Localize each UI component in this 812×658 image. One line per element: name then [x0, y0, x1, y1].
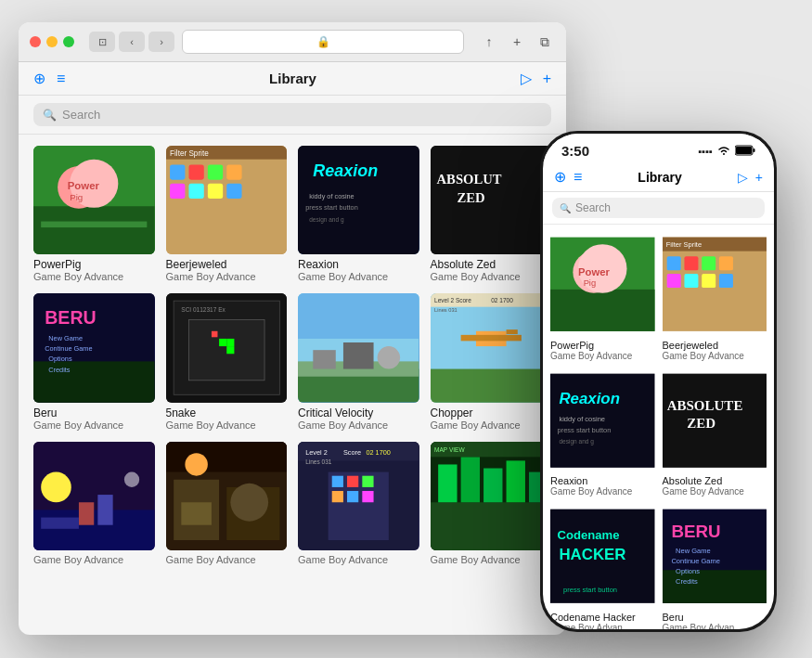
game-item-row3d[interactable]: MAP VIEW Game Boy Advance: [431, 442, 552, 565]
svg-rect-15: [188, 184, 203, 199]
game-platform-reaxion: Game Boy Advance: [298, 271, 419, 282]
svg-rect-1: [33, 206, 154, 254]
search-icon: 🔍: [43, 109, 57, 122]
iphone-game-platform-reaxion: Game Boy Advance: [550, 486, 655, 497]
game-item-row3b[interactable]: Game Boy Advance: [166, 442, 288, 565]
svg-text:Credits: Credits: [48, 366, 71, 374]
iphone-game-absolutezed[interactable]: ABSOLUTE ZED Absolute Zed Game Boy Advan…: [663, 368, 767, 497]
svg-text:press start button: press start button: [563, 586, 617, 594]
iphone-game-powerpig[interactable]: Power Pig PowerPig Game Boy Advance: [550, 232, 655, 361]
game-thumbnail-row3b: [166, 442, 288, 550]
minimize-button[interactable]: [46, 36, 58, 47]
game-item-row3c[interactable]: Level 2 Score 02 1700 Lines 031 Game Boy…: [298, 442, 419, 565]
iphone-menu-icon[interactable]: ≡: [574, 169, 582, 186]
game-item-beru[interactable]: BERU New Game Continue Game Options Cred…: [33, 293, 155, 430]
iphone-game-beru[interactable]: BERU New Game Continue Game Options Cred…: [663, 504, 767, 629]
browser-actions: ↑ + ⧉: [479, 32, 555, 52]
iphone-game-codenamehacker[interactable]: Codename HACKER press start button Coden…: [550, 504, 655, 629]
game-item-beerjeweled[interactable]: Filter Sprite Beerjeweled Game Boy Advan…: [166, 146, 288, 282]
svg-rect-85: [431, 502, 551, 550]
svg-rect-109: [666, 274, 680, 288]
svg-text:02 1700: 02 1700: [491, 297, 513, 303]
game-platform-row3a: Game Boy Advance: [33, 554, 155, 565]
svg-rect-106: [684, 256, 698, 270]
svg-rect-69: [181, 502, 212, 524]
game-item-absolutezed[interactable]: ABSOLUT ZED Absolute Zed Game Boy Advanc…: [431, 146, 552, 282]
iphone-search-bar[interactable]: 🔍 Search: [552, 198, 765, 218]
svg-text:BERU: BERU: [45, 307, 96, 328]
iphone-game-title-powerpig: PowerPig: [550, 340, 655, 351]
game-title-beru: Beru: [33, 406, 155, 419]
search-container: 🔍 Search: [19, 96, 566, 135]
iphone-game-reaxion[interactable]: Reaxion kiddy of cosine press start butt…: [550, 368, 655, 497]
iphone-game-title-beru: Beru: [663, 612, 767, 623]
traffic-lights: [30, 36, 74, 47]
game-item-5nake[interactable]: SCI 0112317 Ex 5nake Game Boy Advance: [166, 293, 288, 430]
iphone-game-title-reaxion: Reaxion: [550, 475, 655, 486]
game-thumbnail-5nake: SCI 0112317 Ex: [166, 293, 288, 402]
svg-text:Credits: Credits: [676, 577, 698, 586]
close-button[interactable]: [30, 36, 41, 47]
add-icon[interactable]: +: [543, 71, 551, 87]
fullscreen-button[interactable]: [63, 36, 74, 47]
play-icon[interactable]: ▷: [521, 70, 532, 87]
iphone-screen: 3:50 ▪▪▪▪: [543, 134, 774, 629]
sidebar-toggle-button[interactable]: ⊡: [89, 32, 115, 52]
svg-text:Power: Power: [578, 266, 610, 277]
game-thumbnail-powerpig: Power Pig: [33, 146, 155, 254]
iphone-search-placeholder: Search: [575, 201, 611, 214]
game-thumbnail-row3d: MAP VIEW: [431, 442, 552, 550]
svg-text:MAP VIEW: MAP VIEW: [434, 446, 465, 453]
svg-text:Filter Sprite: Filter Sprite: [170, 149, 209, 158]
iphone-globe-icon[interactable]: ⊕: [554, 168, 566, 186]
svg-text:design and g: design and g: [309, 216, 344, 224]
forward-button[interactable]: ›: [148, 32, 174, 52]
share-button[interactable]: ↑: [479, 32, 499, 52]
svg-point-70: [230, 484, 268, 522]
game-item-chopper[interactable]: Level 2 Score 02 1700 Lines 031 Chopper …: [431, 293, 552, 430]
globe-icon[interactable]: ⊕: [33, 70, 45, 87]
svg-rect-60: [79, 502, 94, 524]
svg-rect-12: [207, 164, 222, 179]
svg-rect-79: [347, 476, 358, 487]
game-item-powerpig[interactable]: Power Pig PowerPig Game Boy Advance: [33, 146, 155, 282]
svg-rect-83: [362, 491, 373, 502]
svg-rect-42: [298, 293, 419, 339]
svg-text:Reaxion: Reaxion: [559, 390, 620, 407]
svg-rect-55: [460, 335, 521, 342]
svg-text:Power: Power: [68, 180, 100, 191]
svg-text:kiddy of cosine: kiddy of cosine: [559, 415, 605, 423]
iphone-time: 3:50: [561, 143, 589, 159]
svg-text:BERU: BERU: [671, 522, 720, 541]
iphone-game-platform-beerjeweled: Game Boy Advance: [663, 351, 767, 361]
mac-window: ⊡ ‹ › 🔒 ↑ + ⧉ ⊕ ≡ Library ▷ + 🔍: [19, 22, 566, 635]
svg-text:kiddy of cosine: kiddy of cosine: [309, 192, 354, 200]
new-tab-button[interactable]: +: [507, 32, 527, 52]
search-bar[interactable]: 🔍 Search: [33, 103, 551, 126]
svg-text:SCI 0112317 Ex: SCI 0112317 Ex: [181, 307, 226, 314]
svg-text:Options: Options: [676, 567, 700, 575]
svg-rect-88: [483, 468, 502, 502]
address-bar[interactable]: 🔒: [182, 30, 464, 54]
tab-overview-button[interactable]: ⧉: [535, 32, 555, 52]
svg-text:Pig: Pig: [584, 278, 597, 288]
signal-icon: ▪▪▪▪: [698, 146, 713, 157]
game-title-critvel: Critical Velocity: [298, 406, 419, 419]
game-item-reaxion[interactable]: Reaxion kiddy of cosine press start butt…: [298, 146, 419, 282]
svg-text:press start button: press start button: [305, 203, 358, 212]
game-item-critvel[interactable]: Critical Velocity Game Boy Advance: [298, 293, 419, 430]
menu-icon[interactable]: ≡: [57, 71, 65, 87]
iphone-add-icon[interactable]: +: [755, 170, 763, 185]
svg-rect-38: [226, 339, 234, 346]
svg-rect-14: [170, 184, 185, 199]
game-thumbnail-beerjeweled: Filter Sprite: [166, 146, 288, 254]
svg-rect-81: [332, 491, 343, 502]
game-item-row3a[interactable]: Game Boy Advance: [33, 442, 155, 565]
svg-text:Pig: Pig: [70, 192, 83, 202]
game-platform-beru: Game Boy Advance: [33, 419, 155, 431]
iphone-play-icon[interactable]: ▷: [738, 170, 748, 185]
game-thumbnail-beru: BERU New Game Continue Game Options Cred…: [33, 293, 155, 402]
iphone-game-beerjeweled[interactable]: Filter Sprite Beerjeweled Game Boy Advan…: [663, 232, 767, 361]
back-button[interactable]: ‹: [119, 32, 145, 52]
battery-icon: [735, 145, 755, 158]
